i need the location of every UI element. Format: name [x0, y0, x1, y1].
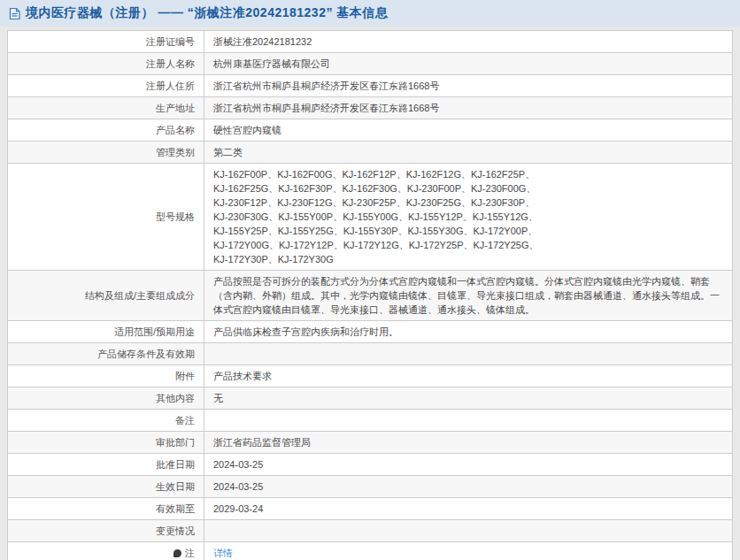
row-label-cell: 变更情况	[8, 520, 204, 542]
table-row: 变更情况	[8, 520, 733, 542]
table-row: 管理类别 第二类	[8, 142, 733, 164]
row-label: 备注	[175, 415, 195, 426]
row-value: 2024-03-25	[204, 476, 733, 498]
row-value: 浙江省杭州市桐庐县桐庐经济开发区春江东路1668号	[204, 97, 733, 119]
row-label: 注册证编号	[146, 36, 195, 47]
row-label-cell: 产品名称	[8, 119, 204, 142]
row-value: 杭州康基医疗器械有限公司	[204, 53, 733, 75]
row-label-cell: 其他内容	[8, 387, 204, 410]
row-label-cell: 注册人住所	[8, 75, 204, 97]
row-label-cell: 管理类别	[8, 142, 204, 164]
row-label-cell: 生产地址	[8, 97, 204, 119]
table-row: 备注	[8, 410, 733, 432]
row-value: 产品按照是否可拆分的装配方式分为分体式宫腔内窥镜和一体式宫腔内窥镜。分体式宫腔内…	[204, 271, 733, 321]
row-label: 型号规格	[156, 211, 195, 222]
row-label-cell: 注	[8, 542, 204, 560]
row-label: 附件	[175, 371, 195, 381]
row-label: 注册人名称	[146, 58, 195, 69]
row-label: 生产地址	[156, 103, 195, 113]
row-value: KJ-162F00P、KJ-162F00G、KJ-162F12P、KJ-162F…	[204, 164, 733, 271]
row-label-cell: 生效日期	[8, 476, 204, 498]
row-label-cell: 附件	[8, 365, 204, 387]
row-label-cell: 注册证编号	[8, 31, 204, 53]
row-label-cell: 备注	[8, 410, 204, 432]
row-value: 第二类	[204, 142, 733, 164]
registration-info-table: 注册证编号 浙械注准20242181232 注册人名称 杭州康基医疗器械有限公司…	[7, 30, 733, 560]
row-value: 浙械注准20242181232	[204, 31, 733, 53]
table-row: 型号规格 KJ-162F00P、KJ-162F00G、KJ-162F12P、KJ…	[8, 164, 733, 271]
table-row: 结构及组成/主要组成成分 产品按照是否可拆分的装配方式分为分体式宫腔内窥镜和一体…	[8, 271, 733, 321]
row-value: 产品供临床检查子宫腔内疾病和治疗时用。	[204, 321, 733, 343]
table-row: 附件 产品技术要求	[8, 365, 733, 387]
row-value: 详情	[204, 542, 733, 560]
row-label: 审批部门	[156, 437, 195, 448]
row-label-cell: 审批部门	[8, 432, 204, 454]
table-row: 生效日期 2024-03-25	[8, 476, 733, 498]
table-row: 注册人住所 浙江省杭州市桐庐县桐庐经济开发区春江东路1668号	[8, 75, 733, 97]
row-label: 管理类别	[156, 147, 195, 157]
row-value: 浙江省杭州市桐庐县桐庐经济开发区春江东路1668号	[204, 75, 733, 97]
row-label-cell: 注册人名称	[8, 53, 204, 75]
header-bar: 境内医疗器械（注册） —— “浙械注准20242181232” 基本信息	[0, 0, 740, 27]
row-label: 有效期至	[156, 503, 195, 514]
table-row: 有效期至 2029-03-24	[8, 498, 733, 520]
row-value: 产品技术要求	[204, 365, 733, 387]
note-icon	[173, 549, 181, 557]
row-label: 适用范围/预期用途	[114, 326, 195, 337]
row-label: 注册人住所	[146, 81, 195, 91]
row-label: 变更情况	[156, 525, 195, 536]
row-value: 浙江省药品监督管理局	[204, 432, 733, 454]
table-row: 产品名称 硬性宫腔内窥镜	[8, 119, 733, 142]
row-value: 2024-03-25	[204, 454, 733, 476]
page-title: 境内医疗器械（注册） —— “浙械注准20242181232” 基本信息	[26, 5, 388, 21]
detail-link[interactable]: 详情	[213, 548, 233, 558]
table-row: 批准日期 2024-03-25	[8, 454, 733, 476]
info-table-body: 注册证编号 浙械注准20242181232 注册人名称 杭州康基医疗器械有限公司…	[8, 31, 733, 560]
table-row: 注册人名称 杭州康基医疗器械有限公司	[8, 53, 733, 75]
document-icon	[9, 7, 20, 20]
row-value: 硬性宫腔内窥镜	[204, 119, 733, 142]
row-label-cell: 型号规格	[8, 164, 204, 271]
row-label-cell: 产品储存条件及有效期	[8, 343, 204, 365]
row-value	[204, 343, 733, 365]
row-label: 生效日期	[156, 481, 195, 492]
row-label-cell: 批准日期	[8, 454, 204, 476]
row-label: 产品名称	[156, 125, 195, 135]
row-label: 其他内容	[156, 393, 195, 403]
row-label: 注	[185, 548, 195, 558]
table-row: 审批部门 浙江省药品监督管理局	[8, 432, 733, 454]
table-row: 注 详情	[8, 542, 733, 560]
row-value	[204, 520, 733, 542]
page: 境内医疗器械（注册） —— “浙械注准20242181232” 基本信息 注册证…	[0, 0, 740, 560]
row-label: 产品储存条件及有效期	[97, 349, 195, 359]
row-label-cell: 适用范围/预期用途	[8, 321, 204, 343]
table-row: 其他内容 无	[8, 387, 733, 410]
row-label-cell: 有效期至	[8, 498, 204, 520]
row-value: 2029-03-24	[204, 498, 733, 520]
row-label: 结构及组成/主要组成成分	[85, 290, 195, 301]
row-label-cell: 结构及组成/主要组成成分	[8, 271, 204, 321]
table-row: 注册证编号 浙械注准20242181232	[8, 31, 733, 53]
table-row: 生产地址 浙江省杭州市桐庐县桐庐经济开发区春江东路1668号	[8, 97, 733, 119]
row-value: 无	[204, 387, 733, 410]
row-label: 批准日期	[156, 459, 195, 470]
table-row: 产品储存条件及有效期	[8, 343, 733, 365]
row-value	[204, 410, 733, 432]
table-row: 适用范围/预期用途 产品供临床检查子宫腔内疾病和治疗时用。	[8, 321, 733, 343]
